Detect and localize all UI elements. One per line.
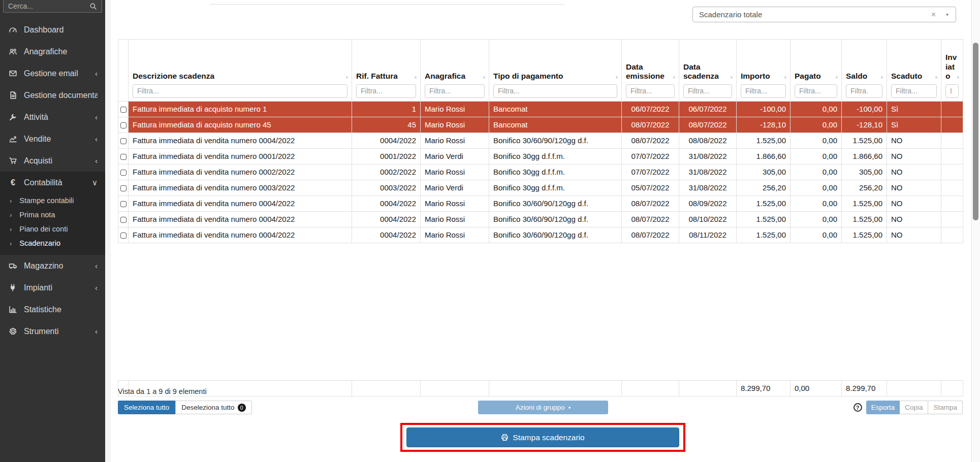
sidebar-item-magazzino[interactable]: Magazzino ‹: [0, 255, 105, 277]
filter-input-rif[interactable]: [356, 84, 416, 98]
sort-icon[interactable]: ▲: [482, 75, 486, 80]
cell-rif: 0004/2022: [352, 133, 421, 148]
sidebar-item-dashboard[interactable]: Dashboard: [0, 19, 105, 41]
group-actions-button[interactable]: Azioni di gruppo ▾: [478, 401, 608, 414]
filter-input-data_scadenza[interactable]: [683, 84, 732, 98]
help-icon[interactable]: ?: [853, 403, 862, 412]
angle-right-icon: ›: [10, 240, 12, 247]
column-header-data_emissione[interactable]: Data emissione▲: [622, 40, 679, 102]
sidebar-item-strumenti[interactable]: Strumenti ‹: [0, 320, 105, 342]
selection-buttons: Seleziona tutto Deseleziona tutto 0: [118, 401, 252, 414]
sidebar-subitem-piano-dei-conti[interactable]: › Piano dei conti: [0, 222, 105, 236]
filter-input-importo[interactable]: [741, 84, 786, 98]
row-checkbox[interactable]: [120, 122, 127, 128]
print-button[interactable]: Stampa: [928, 401, 963, 414]
sidebar-subitem-stampe-contabili[interactable]: › Stampe contabili: [0, 193, 105, 208]
print-schedule-button[interactable]: Stampa scadenzario: [406, 427, 679, 447]
sidebar-item-acquisti[interactable]: Acquisti ‹: [0, 150, 105, 172]
scadenzario-type-select[interactable]: Scadenzario totale × ▾: [692, 7, 956, 22]
cell-desc: Fattura immediata di vendita numero 0001…: [129, 148, 352, 164]
row-checkbox[interactable]: [120, 185, 127, 191]
sort-icon[interactable]: ▲: [956, 75, 960, 80]
column-header-anagrafica[interactable]: Anagrafica▲: [421, 40, 489, 102]
column-header-rif[interactable]: Rif. Fattura▲: [352, 40, 421, 102]
sort-icon[interactable]: ▲: [835, 75, 839, 80]
contabilita-section: € Contabilità ∨ › Stampe contabili › Pri…: [0, 172, 105, 255]
filter-input-pagato[interactable]: [795, 84, 837, 98]
cell-rif: 0001/2022: [352, 148, 421, 164]
sidebar-subitem-scadenzario[interactable]: › Scadenzario: [0, 236, 105, 250]
sidebar-item-anagrafiche[interactable]: Anagrafiche: [0, 41, 105, 62]
cart-icon: [8, 156, 18, 165]
column-header-inviato[interactable]: Inviato▲: [941, 40, 963, 102]
cell-check: [118, 164, 129, 180]
cell-desc: Fattura immediata di vendita numero 0004…: [129, 211, 352, 227]
row-checkbox[interactable]: [120, 233, 127, 239]
select-all-button[interactable]: Seleziona tutto: [118, 401, 175, 414]
header-label: Scaduto: [891, 72, 922, 80]
export-buttons: ? Esporta Copia Stampa: [853, 401, 963, 414]
select-caret-icon[interactable]: ▾: [946, 12, 949, 17]
filter-input-inviato[interactable]: [945, 84, 959, 98]
sidebar-item-label: Gestione email: [24, 69, 78, 78]
sort-icon[interactable]: ▲: [730, 75, 734, 80]
filter-input-desc[interactable]: [133, 84, 347, 98]
sidebar-nav: Dashboard Anagrafiche Gestione email ‹ G…: [0, 13, 105, 342]
cell-pagato: 0,00: [791, 211, 842, 227]
sidebar-item-impianti[interactable]: Impianti ‹: [0, 277, 105, 299]
filter-input-anagrafica[interactable]: [425, 84, 485, 98]
sort-icon[interactable]: ▲: [615, 75, 619, 80]
column-header-scaduto[interactable]: Scaduto▲: [887, 40, 941, 102]
sidebar-item-vendite[interactable]: Vendite ‹: [0, 128, 105, 150]
row-checkbox[interactable]: [120, 107, 127, 113]
chevron-left-icon: ‹: [92, 261, 98, 270]
sidebar-item-statistiche[interactable]: Statistiche: [0, 299, 105, 320]
sidebar-item-gestione-documentale[interactable]: Gestione documentale: [0, 84, 105, 106]
filter-input-tipo[interactable]: [493, 84, 617, 98]
total-inviato: [941, 380, 963, 396]
export-button[interactable]: Esporta: [866, 401, 900, 414]
search-input[interactable]: [8, 2, 89, 10]
row-checkbox[interactable]: [120, 170, 127, 176]
sort-icon[interactable]: ▲: [672, 75, 676, 80]
filter-input-saldo[interactable]: [846, 84, 882, 98]
sort-icon[interactable]: ▲: [880, 75, 884, 80]
group-actions-label: Azioni di gruppo: [516, 404, 565, 411]
row-checkbox[interactable]: [120, 217, 127, 223]
scrollbar-thumb[interactable]: [973, 43, 978, 220]
column-header-saldo[interactable]: Saldo▲: [842, 40, 887, 102]
cell-saldo: 1.525,00: [842, 133, 887, 148]
cell-tipo: Bonifico 30/60/90/120gg d.f.: [489, 211, 622, 227]
column-header-pagato[interactable]: Pagato▲: [791, 40, 842, 102]
cell-anagrafica: Mario Rossi: [421, 101, 489, 117]
column-header-importo[interactable]: Importo▲: [737, 40, 791, 102]
sidebar-item-contabilita[interactable]: € Contabilità ∨: [0, 172, 105, 193]
column-header-tipo[interactable]: Tipo di pagamento▲: [489, 40, 622, 102]
filter-input-scaduto[interactable]: [891, 84, 937, 98]
row-checkbox[interactable]: [120, 138, 127, 144]
filter-input-data_emissione[interactable]: [626, 84, 675, 98]
cell-data_scadenza: 08/08/2022: [679, 133, 737, 148]
sort-icon[interactable]: ▲: [414, 75, 418, 80]
cell-scaduto: NO: [887, 195, 941, 211]
sidebar-item-label: Impianti: [24, 283, 52, 292]
sidebar-subitem-prima-nota[interactable]: › Prima nota: [0, 208, 105, 222]
cell-inviato: [941, 227, 963, 243]
sort-icon[interactable]: ▲: [345, 75, 349, 80]
deselect-all-button[interactable]: Deseleziona tutto 0: [175, 401, 251, 414]
cell-data_scadenza: 31/08/2022: [679, 180, 737, 195]
row-checkbox[interactable]: [120, 201, 127, 207]
row-checkbox[interactable]: [120, 154, 127, 160]
cell-pagato: 0,00: [791, 117, 842, 133]
sort-icon[interactable]: ▲: [783, 75, 787, 80]
sidebar-item-label: Contabilità: [24, 178, 62, 187]
copy-button[interactable]: Copia: [900, 401, 928, 414]
sidebar-item-gestione-email[interactable]: Gestione email ‹: [0, 62, 105, 84]
sort-icon[interactable]: ▲: [934, 75, 938, 80]
clear-selection-icon[interactable]: ×: [931, 11, 936, 19]
sidebar-item-attivita[interactable]: Attività ‹: [0, 106, 105, 128]
vertical-scrollbar[interactable]: [971, 0, 980, 462]
column-header-data_scadenza[interactable]: Data scadenza▲: [679, 40, 737, 102]
search-icon[interactable]: [89, 3, 97, 10]
column-header-desc[interactable]: Descrizione scadenza▲: [129, 40, 352, 102]
